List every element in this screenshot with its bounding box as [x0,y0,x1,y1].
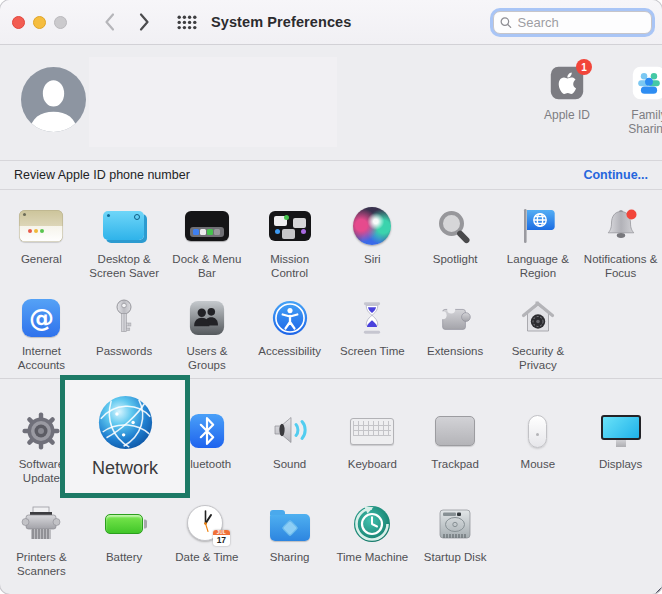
grid-row-1: General Desktop & Screen Saver Dock & Me… [0,190,662,290]
software-update-icon [21,411,61,451]
chevron-right-icon [138,12,151,32]
calendar-day-label: 17 [213,535,230,545]
family-sharing-icon [631,65,662,101]
pref-item-label: Siri [364,253,381,267]
bluetooth-icon [188,412,226,450]
grid-row-4: Printers & Scanners Battery [0,490,662,594]
displays-icon [601,415,641,440]
pref-item-sharing[interactable]: Sharing [248,501,331,594]
date-time-icon: JUL 17 [186,504,228,544]
pref-item-label: Users & Groups [168,345,246,372]
pref-item-battery[interactable]: Battery [83,501,166,594]
pref-item-label: Keyboard [348,458,397,472]
grid-icon [177,15,197,30]
window-controls [12,16,67,29]
pref-item-displays[interactable]: Displays [579,408,662,490]
pref-item-label: Date & Time [175,551,238,565]
pref-item-label: Displays [599,458,642,472]
pref-item-sound[interactable]: Sound [248,408,331,490]
pref-item-general[interactable]: General [0,203,83,290]
apple-id-notice: Review Apple ID phone number Continue... [0,160,662,190]
pref-item-label: General [21,253,62,267]
pref-item-label: Startup Disk [424,551,487,565]
pref-item-mouse[interactable]: Mouse [497,408,580,490]
notice-message: Review Apple ID phone number [14,168,190,182]
network-icon-large [97,394,154,451]
pref-item-label: Trackpad [431,458,479,472]
apple-id-badge: 1 [576,59,592,75]
pref-item-dock-menubar[interactable]: Dock & Menu Bar [166,203,249,290]
siri-icon [353,207,391,245]
back-button[interactable] [103,12,116,32]
continue-button[interactable]: Continue... [583,168,648,182]
pref-item-siri[interactable]: Siri [331,203,414,290]
apple-id-label: Apple ID [544,108,590,122]
close-window-button[interactable] [12,16,25,29]
pref-item-extensions[interactable]: Extensions [414,295,497,378]
pref-item-spotlight[interactable]: Spotlight [414,203,497,290]
pref-item-passwords[interactable]: Passwords [83,295,166,378]
apple-id-item[interactable]: 1 Apple ID [532,65,602,122]
search-icon [500,16,512,29]
pref-item-notifications-focus[interactable]: Notifications & Focus [579,203,662,290]
pref-item-keyboard[interactable]: Keyboard [331,408,414,490]
pref-item-label: Time Machine [336,551,408,565]
pref-item-language-region[interactable]: Language & Region [497,203,580,290]
pref-item-trackpad[interactable]: Trackpad [414,408,497,490]
minimize-window-button[interactable] [33,16,46,29]
pref-item-users-groups[interactable]: Users & Groups [166,295,249,378]
grid-row-2: Internet Accounts Passwords [0,290,662,378]
pref-item-internet-accounts[interactable]: Internet Accounts [0,295,83,378]
family-sharing-item[interactable]: Family Sharing [614,65,662,136]
mouse-icon [528,415,547,448]
pref-item-desktop-screensaver[interactable]: Desktop & Screen Saver [83,203,166,290]
desktop-screensaver-icon [103,211,144,240]
pref-item-label: Security & Privacy [499,345,577,372]
pref-item-label: Mission Control [251,253,329,280]
avatar[interactable] [21,67,86,132]
pref-item-date-time[interactable]: JUL 17 Date & Time [166,501,249,594]
network-highlight-box[interactable]: Network [60,375,190,498]
pref-item-time-machine[interactable]: Time Machine [331,501,414,594]
pref-item-mission-control[interactable]: Mission Control [248,203,331,290]
pref-item-label: Notifications & Focus [582,253,660,280]
pref-item-label: Mouse [521,458,556,472]
printers-scanners-icon [20,504,62,544]
users-groups-icon [188,299,226,337]
general-icon [19,210,63,242]
pref-item-label: Extensions [427,345,483,359]
pref-item-screen-time[interactable]: Screen Time [331,295,414,378]
system-preferences-window: System Preferences [0,0,662,594]
sound-icon [269,412,311,450]
spotlight-icon [439,211,464,236]
search-field[interactable] [493,11,652,34]
pref-item-startup-disk[interactable]: Startup Disk [414,501,497,594]
zoom-window-button[interactable] [54,16,67,29]
pref-item-label: Internet Accounts [2,345,80,372]
network-highlight-label: Network [92,458,158,479]
pref-item-security-privacy[interactable]: Security & Privacy [497,295,580,378]
window-title: System Preferences [211,14,351,30]
pref-item-label: Dock & Menu Bar [168,253,246,280]
pref-item-label: Desktop & Screen Saver [85,253,163,280]
trackpad-icon [435,416,475,446]
show-all-preferences-button[interactable] [177,15,197,30]
family-sharing-label: Family Sharing [614,108,662,136]
forward-button[interactable] [138,12,151,32]
notifications-focus-icon [601,206,641,246]
pref-item-label: Passwords [96,345,152,359]
mission-control-icon [269,211,311,241]
startup-disk-icon [435,505,475,543]
security-privacy-icon [518,298,558,338]
account-name-redacted [89,57,337,147]
search-input[interactable] [516,14,645,31]
pref-item-accessibility[interactable]: Accessibility [248,295,331,378]
accessibility-icon [271,299,309,337]
passwords-icon [104,297,144,339]
pref-item-printers-scanners[interactable]: Printers & Scanners [0,501,83,594]
internet-accounts-icon [22,299,60,337]
screen-time-icon [354,298,390,338]
apple-id-banner: 1 Apple ID Family Sharing [0,45,662,160]
pref-item-label: Language & Region [499,253,577,280]
pref-item-label: Screen Time [340,345,405,359]
